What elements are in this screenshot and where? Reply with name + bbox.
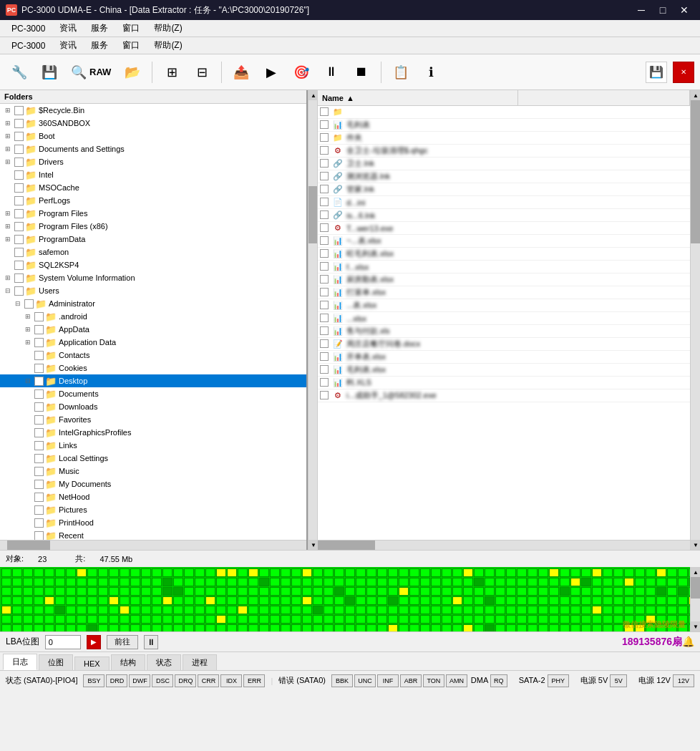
checkbox-cookies[interactable]: [34, 364, 44, 373]
target-button[interactable]: 🎯: [288, 59, 315, 86]
goto-button[interactable]: 前往: [107, 635, 138, 649]
expand-icon-drivers[interactable]: ⊞: [3, 158, 13, 165]
tree-scroll-up[interactable]: ▲: [308, 90, 319, 100]
file-checkbox[interactable]: [318, 249, 331, 259]
tree-scroll-down[interactable]: ▼: [308, 540, 319, 550]
tree-item-perflogs[interactable]: 📁PerfLogs: [0, 194, 306, 207]
tree-scroll-track[interactable]: [308, 100, 317, 540]
file-checkbox[interactable]: [318, 339, 331, 349]
open-button[interactable]: 📂: [119, 59, 146, 86]
checkbox-msocache[interactable]: [14, 183, 24, 193]
tree-item-favorites[interactable]: 📁Favorites: [0, 413, 306, 426]
file-checkbox[interactable]: [318, 198, 331, 208]
file-scroll-track[interactable]: [691, 100, 700, 540]
data-scroll-track[interactable]: [691, 577, 700, 621]
menu-info[interactable]: 资讯: [54, 21, 82, 36]
file-checkbox[interactable]: [318, 262, 331, 272]
file-checkbox[interactable]: [318, 185, 331, 195]
tree-item-local_settings[interactable]: 📁Local Settings: [0, 452, 306, 465]
file-vscroll[interactable]: ▲ ▼: [690, 90, 700, 550]
file-row[interactable]: 🔗卫士.lnk: [318, 158, 690, 170]
data-scroll-up[interactable]: ▲: [691, 567, 700, 577]
tab-hex[interactable]: HEX: [74, 656, 110, 670]
file-check-box[interactable]: [320, 146, 329, 155]
checkbox-perflogs[interactable]: [14, 196, 24, 205]
sec-menu-help[interactable]: 帮助(Z): [148, 38, 188, 53]
tree-item-links[interactable]: 📁Links: [0, 439, 306, 452]
extract-icon-button[interactable]: ✕: [673, 62, 694, 83]
sec-menu-service[interactable]: 服务: [85, 38, 114, 53]
file-checkbox[interactable]: [318, 391, 331, 401]
checkbox-drivers[interactable]: [14, 158, 24, 167]
file-check-box[interactable]: [320, 378, 329, 387]
checkbox-downloads[interactable]: [34, 402, 44, 412]
file-row[interactable]: ⚙i...成助手_1@582302.exe: [318, 389, 690, 402]
tree-item-boot[interactable]: ⊞📁Boot: [0, 130, 306, 142]
checkbox-recent[interactable]: [34, 531, 44, 541]
export-button[interactable]: 📤: [228, 59, 255, 86]
file-row[interactable]: 📊f...xlsx: [318, 261, 690, 273]
tree-item-contacts[interactable]: 📁Contacts: [0, 349, 306, 362]
file-row[interactable]: 📊...xlsx: [318, 312, 690, 325]
file-row[interactable]: 🔗测浏览器.lnk: [318, 170, 690, 183]
tree-item-recycle[interactable]: ⊞📁$Recycle.Bin: [0, 104, 306, 117]
checkbox-my_documents[interactable]: [34, 480, 44, 489]
file-check-box[interactable]: [320, 314, 329, 322]
file-checkbox[interactable]: [318, 352, 331, 362]
tree-item-msocache[interactable]: 📁MSOCache: [0, 181, 306, 194]
checkbox-local_settings[interactable]: [34, 454, 44, 463]
file-checkbox[interactable]: [318, 236, 331, 246]
tree-item-music[interactable]: 📁Music: [0, 465, 306, 478]
checkbox-intel_graphics[interactable]: [34, 428, 44, 437]
expand-icon-app_data[interactable]: ⊞: [23, 339, 33, 346]
menu-help[interactable]: 帮助(Z): [148, 21, 188, 36]
tree-hscroll-thumb[interactable]: [7, 541, 50, 550]
tab-bitmap[interactable]: 位图: [39, 654, 73, 670]
file-row[interactable]: 📁: [318, 106, 690, 119]
file-row[interactable]: 🔗管家.lnk: [318, 183, 690, 196]
checkbox-recycle[interactable]: [14, 106, 24, 115]
file-checkbox[interactable]: [318, 159, 331, 169]
file-check-box[interactable]: [320, 301, 329, 309]
file-check-box[interactable]: [320, 275, 329, 284]
tree-item-docs_settings[interactable]: ⊞📁Documents and Settings: [0, 142, 306, 155]
sec-menu-window[interactable]: 窗口: [117, 38, 145, 53]
data-scroll-thumb[interactable]: [691, 577, 700, 599]
expand-icon-program_files_x86[interactable]: ⊞: [3, 223, 13, 230]
col-header-extra[interactable]: [518, 90, 690, 105]
data-scroll-down[interactable]: ▼: [691, 621, 700, 631]
wrench-button[interactable]: 🔧: [6, 59, 33, 86]
file-checkbox[interactable]: [318, 314, 331, 324]
file-checkbox[interactable]: [318, 301, 331, 311]
tree-item-appdata[interactable]: ⊞📁AppData: [0, 323, 306, 336]
tree-scroll-thumb[interactable]: [308, 186, 317, 243]
file-check-box[interactable]: [320, 249, 329, 258]
tree-item-downloads[interactable]: 📁Downloads: [0, 400, 306, 413]
file-check-box[interactable]: [320, 120, 329, 129]
expand-icon-administrator[interactable]: ⊟: [13, 300, 23, 307]
tree-item-desktop[interactable]: ⊟📁Desktop: [0, 374, 306, 387]
tree-item-sys_vol_info[interactable]: ⊞📁System Volume Information: [0, 271, 306, 284]
checkbox-sql2ksp4[interactable]: [14, 261, 24, 270]
checkbox-nethood[interactable]: [34, 493, 44, 502]
tab-process[interactable]: 进程: [183, 654, 217, 670]
tree-vscroll[interactable]: ▲ ▼: [308, 90, 318, 550]
file-checkbox[interactable]: [318, 378, 331, 388]
file-row[interactable]: 📊毛利表.xlsx: [318, 364, 690, 377]
file-check-box[interactable]: [320, 223, 329, 232]
checkbox-links[interactable]: [34, 441, 44, 450]
checkbox-360sandbox[interactable]: [14, 119, 24, 128]
file-check-box[interactable]: [320, 365, 329, 374]
pause-button[interactable]: ⏸: [318, 59, 345, 86]
tree-item-cookies[interactable]: 📁Cookies: [0, 362, 306, 374]
file-checkbox[interactable]: [318, 275, 331, 285]
checkbox-safemon[interactable]: [14, 248, 24, 257]
tab-structure[interactable]: 结构: [111, 654, 145, 670]
lba-input[interactable]: [45, 635, 81, 649]
file-check-box[interactable]: [320, 339, 329, 348]
tree-item-recent[interactable]: 📁Recent: [0, 529, 306, 540]
tree-hscroll[interactable]: [0, 540, 306, 550]
tree-item-pictures[interactable]: 📁Pictures: [0, 503, 306, 516]
info-button[interactable]: ℹ: [417, 59, 444, 86]
file-row[interactable]: ⚙全卫士-垃圾清理$.qhgc: [318, 145, 690, 158]
